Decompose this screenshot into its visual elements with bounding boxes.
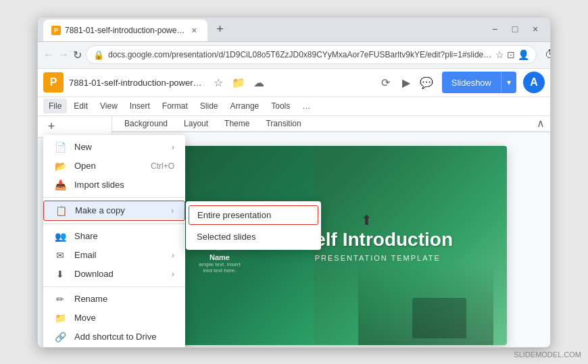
menu-item-new-label: New [74, 142, 92, 152]
file-menu: 📄 New › 📂 Open Ctrl+O 📥 Import slides [43, 135, 185, 347]
submenu-entire-presentation[interactable]: Entire presentation [189, 205, 318, 225]
menu-item-download-label: Download [74, 269, 114, 279]
menu-item-make-copy-label: Make a copy [75, 205, 125, 215]
menu-item-trash[interactable]: 🗑 Move to trash [43, 346, 185, 347]
menu-item-open[interactable]: 📂 Open Ctrl+O [43, 157, 185, 176]
menu-bar: File Edit View Insert Format Slide Arran… [38, 97, 550, 116]
menu-arrange[interactable]: Arrange [225, 99, 265, 113]
account-button[interactable]: A [523, 72, 545, 93]
menu-item-shortcut-label: Add shortcut to Drive [74, 332, 156, 342]
menu-item-shortcut[interactable]: 🔗 Add shortcut to Drive [43, 328, 185, 346]
download-icon: ⬇ [54, 269, 66, 280]
email-arrow-icon: › [172, 251, 174, 260]
tab-title: 7881-01-self-introduction-powe… [65, 26, 185, 35]
comments-icon[interactable]: 💬 [418, 74, 435, 91]
dropdown-overlay: 📄 New › 📂 Open Ctrl+O 📥 Import slides [38, 116, 550, 347]
url-icons: ☆ ⊡ 👤 [495, 49, 529, 60]
app-toolbar: P 7881-01-self-introduction-powerpoint-t… [38, 69, 550, 97]
cast-icon[interactable]: ⊡ [507, 49, 515, 60]
divider-3 [43, 286, 185, 287]
entire-presentation-label: Entire presentation [197, 210, 271, 220]
app-toolbar-icons: ☆ 📁 ☁ [210, 74, 268, 91]
share-icon: 👥 [54, 231, 66, 242]
slideshow-button[interactable]: Slideshow [442, 72, 501, 93]
account-icon[interactable]: 👤 [518, 49, 529, 60]
url-text: docs.google.com/presentation/d/1D9CiL08o… [108, 50, 491, 59]
back-button[interactable]: ← [43, 45, 54, 64]
copy-arrow-icon: › [171, 206, 174, 215]
import-icon: 📥 [54, 180, 66, 190]
title-bar: P 7881-01-self-introduction-powe… × + − … [38, 18, 550, 42]
new-arrow-icon: › [172, 142, 174, 152]
shortcut-icon: 🔗 [54, 332, 66, 342]
menu-view[interactable]: View [95, 99, 123, 113]
browser-window: P 7881-01-self-introduction-powe… × + − … [37, 17, 551, 348]
download-arrow-icon: › [172, 269, 174, 279]
new-tab-button[interactable]: + [210, 20, 229, 38]
url-bar[interactable]: 🔒 docs.google.com/presentation/d/1D9CiL0… [86, 45, 537, 64]
main-content: + 1 2 [38, 116, 550, 347]
refresh-button[interactable]: ↻ [73, 45, 82, 64]
menu-item-download[interactable]: ⬇ Download › [43, 265, 185, 284]
menu-format[interactable]: Format [157, 99, 193, 113]
menu-item-email-label: Email [74, 250, 97, 260]
submenu-selected-slides[interactable]: Selected slides [186, 226, 321, 247]
move-icon: 📁 [54, 313, 66, 323]
divider-2 [43, 224, 185, 224]
menu-item-share-label: Share [74, 231, 98, 241]
browser-tab[interactable]: P 7881-01-self-introduction-powe… × [43, 20, 207, 41]
close-button[interactable]: × [526, 20, 545, 38]
slideshow-dropdown-button[interactable]: ▾ [501, 72, 516, 93]
folder-icon[interactable]: 📁 [230, 74, 247, 91]
star-icon[interactable]: ☆ [495, 49, 504, 60]
selected-slides-label: Selected slides [197, 232, 255, 242]
browser-actions: ⏱ 🧩 ⋮ [541, 45, 551, 64]
menu-edit[interactable]: Edit [68, 99, 93, 113]
cloud-icon[interactable]: ☁ [250, 74, 268, 91]
menu-item-share[interactable]: 👥 Share [43, 227, 185, 246]
undo-icon[interactable]: ⟳ [377, 74, 395, 91]
copy-icon: 📋 [55, 205, 67, 216]
present-icon[interactable]: ▶ [397, 74, 415, 91]
minimize-button[interactable]: − [485, 20, 504, 38]
email-icon: ✉ [54, 250, 66, 261]
menu-item-import[interactable]: 📥 Import slides [43, 176, 185, 194]
menu-file[interactable]: File [43, 99, 67, 113]
menu-item-rename-label: Rename [74, 294, 107, 304]
menu-item-import-label: Import slides [74, 180, 124, 190]
rename-icon: ✏ [54, 294, 66, 305]
menu-item-move-label: Move [74, 313, 96, 323]
menu-item-make-copy[interactable]: 📋 Make a copy › Entire presentation Sele… [43, 201, 185, 221]
app-icon: P [43, 72, 64, 93]
divider-1 [43, 197, 185, 198]
menu-slide[interactable]: Slide [195, 99, 224, 113]
address-bar: ← → ↻ 🔒 docs.google.com/presentation/d/1… [38, 42, 550, 69]
star-icon[interactable]: ☆ [210, 74, 227, 91]
slidemodel-credit: SLIDEMODEL.COM [514, 350, 581, 359]
make-copy-submenu: Entire presentation Selected slides [186, 201, 321, 250]
open-shortcut: Ctrl+O [151, 161, 174, 171]
forward-button[interactable]: → [58, 45, 69, 64]
history-icon[interactable]: ⏱ [541, 45, 551, 64]
menu-more[interactable]: … [297, 99, 316, 113]
app-title: 7881-01-self-introduction-powerpoint-tem… [69, 78, 204, 88]
window-controls: − □ × [485, 20, 545, 38]
menu-item-email[interactable]: ✉ Email › [43, 246, 185, 265]
menu-item-open-label: Open [74, 161, 96, 171]
menu-tools[interactable]: Tools [266, 99, 295, 113]
new-icon: 📄 [54, 142, 66, 153]
menu-insert[interactable]: Insert [124, 99, 155, 113]
tab-favicon: P [51, 26, 61, 35]
maximize-button[interactable]: □ [506, 20, 524, 38]
cursor-icon: ⬆ [361, 212, 372, 228]
menu-item-move[interactable]: 📁 Move [43, 309, 185, 328]
tab-close-button[interactable]: × [189, 25, 199, 36]
menu-item-new[interactable]: 📄 New › [43, 138, 185, 157]
menu-item-rename[interactable]: ✏ Rename [43, 290, 185, 309]
open-icon: 📂 [54, 161, 66, 172]
